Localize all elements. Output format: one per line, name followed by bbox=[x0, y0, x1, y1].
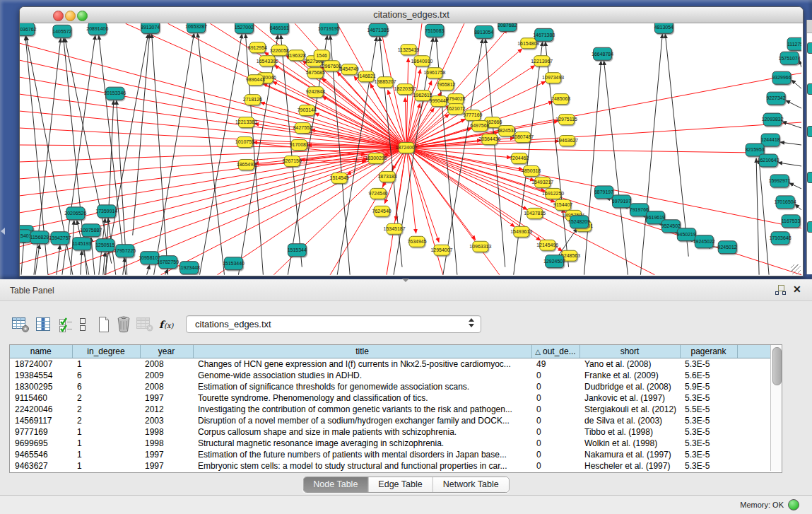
table-row[interactable]: 911546021997Tourette syndrome. Phenomeno… bbox=[10, 392, 770, 404]
graph-node[interactable]: 7515083 bbox=[425, 24, 444, 37]
graph-hub-node[interactable]: 18724007 bbox=[396, 143, 418, 153]
graph-node[interactable]: 8913074 bbox=[141, 23, 160, 33]
graph-node[interactable]: 1873183 bbox=[377, 171, 396, 182]
graph-node[interactable]: 15493613 bbox=[510, 226, 532, 237]
graph-node[interactable]: 1244418 bbox=[761, 134, 780, 146]
graph-node[interactable]: 17103648 bbox=[770, 232, 792, 245]
tab-node-table[interactable]: Node Table bbox=[303, 477, 368, 492]
splitter-handle-icon[interactable] bbox=[402, 279, 409, 282]
column-header-short[interactable]: short bbox=[579, 345, 680, 358]
graph-node[interactable]: 9146821 bbox=[357, 71, 376, 82]
graph-node[interactable]: 8267150 bbox=[283, 156, 302, 166]
graph-node[interactable]: 16912250 bbox=[542, 188, 564, 199]
graph-node[interactable]: 9227342 bbox=[766, 92, 785, 105]
graph-node[interactable]: 9154407 bbox=[553, 199, 572, 210]
network-window[interactable]: citations_edges.txt 89129543226058165433… bbox=[19, 6, 804, 276]
graph-node[interactable]: 9245012 bbox=[718, 241, 737, 254]
graph-node[interactable]: 2087682 bbox=[498, 23, 517, 31]
column-header-pagerank[interactable]: pagerank bbox=[680, 345, 737, 358]
graph-node[interactable]: 20206526 bbox=[64, 207, 86, 220]
graph-node[interactable]: 10719195 bbox=[318, 23, 340, 35]
graph-node[interactable]: 10975887 bbox=[80, 224, 102, 237]
graph-node[interactable]: 17957225 bbox=[114, 245, 136, 257]
graph-node[interactable]: 19245022 bbox=[693, 235, 715, 248]
graph-node[interactable]: 10653287 bbox=[185, 23, 207, 33]
memory-ok-indicator[interactable] bbox=[788, 499, 799, 510]
graph-node[interactable]: 12213967 bbox=[531, 56, 553, 66]
graph-node[interactable]: 15345187 bbox=[384, 223, 406, 234]
table-row[interactable]: 2242004622012Investigating the contribut… bbox=[10, 404, 770, 415]
scrollbar-thumb[interactable] bbox=[772, 347, 782, 385]
graph-node[interactable]: 1145193 bbox=[73, 238, 92, 250]
graph-node[interactable]: 10963313 bbox=[469, 241, 491, 252]
tab-network-table[interactable]: Network Table bbox=[433, 477, 509, 492]
graph-node[interactable]: 1546 bbox=[314, 50, 329, 61]
graph-node[interactable]: 14671385 bbox=[367, 23, 389, 36]
graph-node[interactable]: 15493217 bbox=[531, 177, 553, 187]
graph-node[interactable]: 12093832 bbox=[762, 113, 784, 126]
column-header-year[interactable]: year bbox=[140, 345, 193, 358]
graph-node[interactable]: 1514545 bbox=[330, 173, 349, 183]
graph-node[interactable]: 2718126 bbox=[243, 95, 262, 105]
graph-node[interactable]: 12213383 bbox=[235, 117, 257, 128]
graph-node[interactable]: 12924507 bbox=[543, 255, 565, 268]
float-panel-icon[interactable] bbox=[775, 285, 786, 295]
graph-node[interactable]: 16543392 bbox=[257, 56, 278, 66]
graph-node[interactable]: 8454749 bbox=[340, 64, 359, 75]
graph-node[interactable]: 1527002 bbox=[235, 23, 254, 33]
graph-node[interactable]: 9777169 bbox=[463, 110, 482, 121]
graph-node[interactable]: 15751074 bbox=[779, 52, 801, 64]
table-mode-icon[interactable] bbox=[78, 313, 88, 336]
resize-grip[interactable] bbox=[791, 264, 801, 274]
graph-node[interactable]: 18300295 bbox=[365, 153, 387, 163]
graph-node[interactable]: 7624540 bbox=[372, 206, 392, 216]
graph-node[interactable]: 1515344 bbox=[288, 244, 307, 257]
graph-node[interactable]: 12954007 bbox=[430, 245, 452, 255]
graph-node[interactable]: 1405572 bbox=[52, 25, 71, 37]
graph-node[interactable]: 1010753 bbox=[235, 137, 254, 148]
graph-node[interactable]: 1865493 bbox=[237, 159, 256, 170]
graph-node[interactable]: 15153440 bbox=[223, 257, 245, 270]
column-visibility-icon[interactable] bbox=[35, 313, 52, 336]
graph-node[interactable]: 12975115 bbox=[555, 115, 577, 125]
column-header-name[interactable]: name bbox=[10, 345, 72, 358]
graph-node[interactable]: 12145496 bbox=[536, 240, 558, 250]
graph-node[interactable]: 19463627 bbox=[556, 136, 578, 146]
graph-node[interactable]: 6794028 bbox=[446, 94, 465, 105]
graph-node[interactable]: 9170081 bbox=[290, 140, 309, 151]
graph-node[interactable]: 10807487 bbox=[512, 132, 534, 143]
graph-node[interactable]: 17359914 bbox=[95, 205, 117, 218]
graph-node[interactable]: 6466161 bbox=[270, 23, 289, 34]
column-header-in_degree[interactable]: in_degree bbox=[72, 345, 140, 358]
graph-node[interactable]: 15248209 bbox=[568, 216, 590, 228]
graph-node[interactable]: 7485063 bbox=[551, 94, 570, 105]
table-row[interactable]: 946554611997Estimation of the future num… bbox=[10, 449, 770, 460]
graph-node[interactable]: 6879197 bbox=[594, 186, 613, 199]
network-window-titlebar[interactable]: citations_edges.txt bbox=[20, 7, 803, 23]
table-options-icon[interactable] bbox=[11, 313, 30, 336]
graph-node[interactable]: 6497568 bbox=[470, 121, 489, 132]
graph-node[interactable]: 16036762 bbox=[20, 23, 37, 35]
graph-node[interactable]: 16648784 bbox=[592, 47, 613, 60]
graph-node[interactable]: 16210643 bbox=[758, 154, 779, 167]
table-row[interactable]: 1938455462009Genome-wide association stu… bbox=[10, 370, 770, 381]
graph-node[interactable]: 1156829 bbox=[30, 231, 49, 244]
table-row[interactable]: 1872400712008Changes of HCN gene express… bbox=[10, 358, 770, 370]
graph-node[interactable]: 9724540 bbox=[369, 188, 388, 199]
graph-node[interactable]: 11923448 bbox=[178, 262, 200, 274]
delete-table-icon[interactable] bbox=[136, 313, 154, 336]
graph-node[interactable]: 18640910 bbox=[411, 56, 433, 66]
graph-node[interactable]: 10437815 bbox=[524, 208, 546, 218]
function-builder-icon[interactable]: f(x) bbox=[158, 313, 175, 336]
graph-node[interactable]: 6979197 bbox=[612, 195, 631, 208]
graph-node[interactable]: 9329966 bbox=[772, 71, 791, 84]
column-header-title[interactable]: title bbox=[193, 345, 531, 358]
graph-node[interactable]: 9242848 bbox=[306, 87, 325, 98]
close-panel-icon[interactable]: ✕ bbox=[793, 284, 801, 295]
graph-node[interactable]: 7204462 bbox=[510, 153, 529, 163]
table-row[interactable]: 946362711997Embryonic stem cells: a mode… bbox=[10, 460, 770, 472]
graph-node[interactable]: 20364436 bbox=[478, 134, 500, 145]
graph-node[interactable]: 8813054 bbox=[474, 25, 493, 38]
table-row[interactable]: 1456911722003Disruption of a novel membe… bbox=[10, 415, 770, 426]
graph-node[interactable]: 1250515 bbox=[95, 239, 114, 252]
